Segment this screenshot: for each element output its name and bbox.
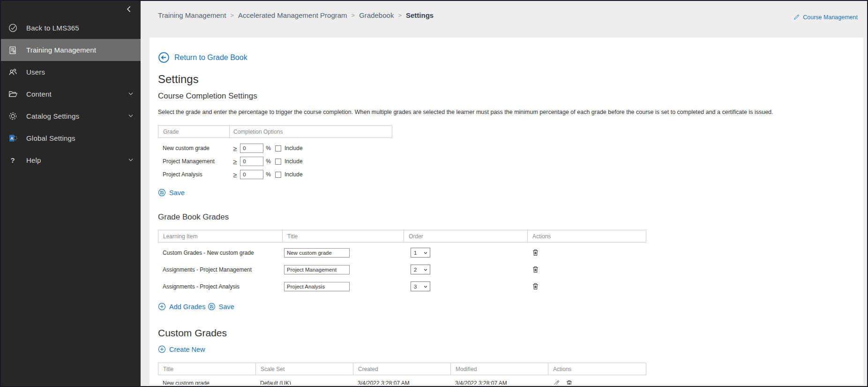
breadcrumb-item-course[interactable]: Accelerated Management Program: [238, 11, 347, 19]
sidebar-item-label: Back to LMS365: [26, 24, 79, 32]
plus-circle-icon: [158, 345, 166, 353]
document-icon: [7, 45, 18, 55]
course-management-label: Course Management: [803, 14, 858, 21]
sidebar-item-help[interactable]: ? Help: [1, 149, 141, 171]
column-header-scale-set: Scale Set: [256, 363, 353, 375]
custom-grade-row: New custom grade Default (UK) 3/4/2022 3…: [158, 375, 646, 385]
custom-grade-modified: 3/4/2022 3:28:07 AM: [450, 380, 548, 385]
sidebar-item-back-to-lms365[interactable]: Back to LMS365: [1, 17, 141, 39]
chevron-down-icon: [423, 267, 428, 272]
percent-label: %: [266, 171, 271, 178]
chevron-down-icon: [127, 156, 134, 164]
return-link-label: Return to Grade Book: [174, 53, 247, 62]
page-title: Settings: [158, 73, 852, 86]
completion-table-header: Grade Completion Options: [158, 125, 392, 138]
gte-symbol: ≥: [233, 144, 237, 152]
users-icon: [7, 67, 18, 77]
gradebook-grades-section-title: Grade Book Grades: [158, 212, 852, 222]
sidebar-item-catalog-settings[interactable]: Catalog Settings: [1, 105, 141, 127]
delete-grade-button[interactable]: [532, 249, 539, 257]
sidebar-item-users[interactable]: Users: [1, 61, 141, 83]
column-header-title: Title: [158, 363, 256, 375]
learning-item: Assignments - Project Analysis: [158, 283, 282, 290]
check-circle-icon: [7, 23, 18, 33]
order-select[interactable]: 2: [411, 265, 430, 274]
include-checkbox[interactable]: [275, 159, 281, 165]
custom-grades-table: Title Scale Set Created Modified Actions…: [158, 363, 646, 385]
grade-row: Assignments - Project Management 2: [158, 263, 646, 276]
sidebar-item-content[interactable]: Content: [1, 83, 141, 105]
gradebook-grades-rows: Custom Grades - New custom grade 1: [158, 246, 646, 293]
completion-percent-input[interactable]: [240, 144, 263, 153]
include-checkbox[interactable]: [275, 145, 281, 152]
sidebar-collapse-button[interactable]: [1, 1, 141, 17]
add-grades-button[interactable]: Add Grades: [158, 303, 205, 311]
trash-icon: [566, 379, 573, 385]
grade-title-input[interactable]: [284, 248, 350, 258]
gradebook-grades-table: Learning Item Title Order Actions Custom…: [158, 230, 646, 293]
add-grades-label: Add Grades: [169, 303, 205, 311]
completion-save-button[interactable]: Save: [158, 189, 185, 197]
completion-percent-input[interactable]: [240, 157, 263, 166]
column-header-title: Title: [283, 230, 404, 242]
include-label: Include: [284, 171, 303, 178]
sidebar-item-training-management[interactable]: Training Management: [1, 39, 141, 61]
completion-percent-input[interactable]: [240, 170, 263, 179]
gear-icon: [7, 111, 18, 121]
delete-grade-button[interactable]: [532, 282, 539, 290]
chevron-down-icon: [127, 112, 134, 120]
percent-label: %: [266, 158, 271, 165]
column-header-actions: Actions: [528, 230, 646, 242]
plus-circle-icon: [158, 303, 166, 311]
create-new-label: Create New: [169, 346, 205, 353]
include-label: Include: [284, 145, 303, 152]
column-header-modified: Modified: [451, 363, 548, 375]
course-management-link[interactable]: Course Management: [793, 14, 858, 21]
custom-grade-scale-set: Default (UK): [255, 380, 353, 385]
order-select[interactable]: 3: [411, 281, 430, 291]
edit-custom-grade-button[interactable]: [553, 379, 560, 385]
grade-name: Project Analysis: [158, 171, 229, 178]
column-header-actions: Actions: [548, 363, 646, 375]
column-header-grade: Grade: [158, 126, 230, 137]
trash-icon: [532, 249, 539, 257]
grade-name: Project Management: [158, 158, 229, 165]
column-header-order: Order: [404, 230, 528, 242]
sidebar-item-label: Content: [26, 90, 52, 98]
gte-symbol: ≥: [233, 158, 237, 166]
breadcrumb-current-settings: Settings: [406, 11, 434, 19]
delete-custom-grade-button[interactable]: [566, 379, 573, 385]
column-header-completion-options: Completion Options: [230, 126, 392, 137]
gradebook-grades-save-button[interactable]: Save: [208, 303, 234, 311]
grade-title-input[interactable]: [284, 265, 350, 274]
folder-icon: [7, 89, 18, 99]
chevron-down-icon: [423, 284, 428, 289]
chevron-left-icon: [125, 5, 133, 13]
column-header-created: Created: [353, 363, 451, 375]
create-new-button[interactable]: Create New: [158, 345, 205, 353]
completion-table: Grade Completion Options New custom grad…: [158, 125, 392, 181]
custom-grade-title: New custom grade: [158, 380, 255, 385]
breadcrumb-item-gradebook[interactable]: Gradebook: [359, 11, 394, 19]
grade-title-input[interactable]: [284, 282, 350, 291]
breadcrumb-separator: >: [352, 12, 355, 19]
save-label: Save: [219, 303, 234, 311]
completion-row: Project Management ≥ % Include: [158, 155, 392, 168]
delete-grade-button[interactable]: [532, 266, 539, 273]
include-checkbox[interactable]: [275, 172, 281, 178]
order-select[interactable]: 1: [411, 248, 430, 258]
return-to-gradebook-link[interactable]: Return to Grade Book: [158, 52, 247, 63]
sidebar-item-global-settings[interactable]: A Global Settings: [1, 127, 141, 149]
learning-item: Custom Grades - New custom grade: [158, 250, 282, 256]
breadcrumb-item-training-management[interactable]: Training Management: [158, 11, 226, 19]
question-mark-icon: ?: [7, 155, 18, 166]
arrow-left-circle-icon: [158, 52, 170, 63]
sidebar: Back to LMS365 Training Management Users…: [1, 1, 141, 386]
chevron-down-icon: [127, 90, 134, 98]
chevron-down-icon: [423, 250, 428, 255]
custom-grades-section-title: Custom Grades: [158, 327, 852, 339]
topbar: Training Management > Accelerated Manage…: [141, 1, 867, 38]
pencil-icon: [793, 14, 800, 21]
pencil-icon: [553, 379, 560, 385]
grade-row: Assignments - Project Analysis 3: [158, 280, 646, 293]
